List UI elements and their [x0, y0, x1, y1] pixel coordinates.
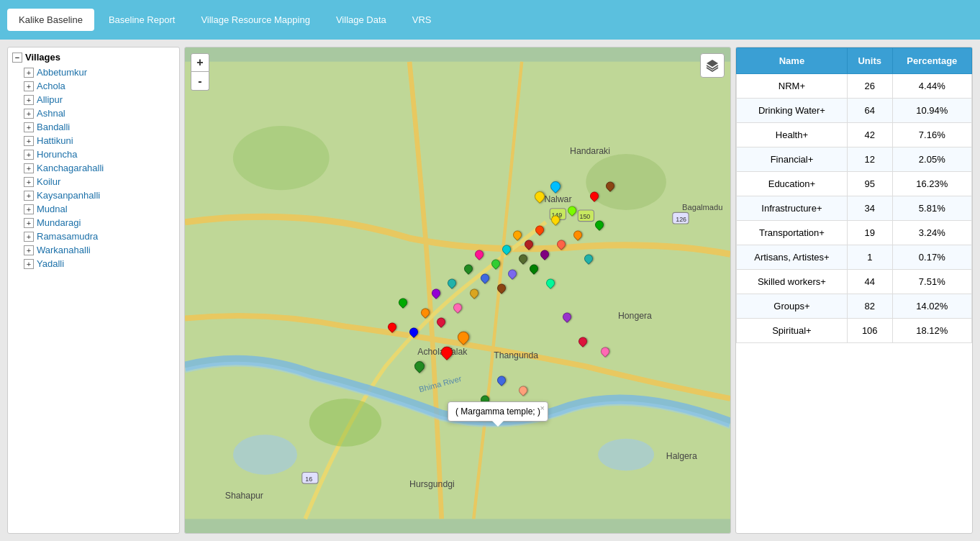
table-row[interactable]: Artisans, Artistes+ 1 0.17% [737, 245, 972, 270]
cell-name: Skilled workers+ [737, 270, 848, 294]
sidebar-item-ashnal[interactable]: +Ashnal [12, 106, 175, 120]
village-toggle[interactable]: + [24, 191, 34, 201]
cell-name: Artisans, Artistes+ [737, 245, 848, 270]
sidebar-item-hattikuni[interactable]: +Hattikuni [12, 134, 175, 147]
zoom-in-button[interactable]: + [191, 53, 209, 72]
sidebar-item-bandalli[interactable]: +Bandalli [12, 120, 175, 134]
village-toggle[interactable]: + [24, 177, 34, 187]
svg-point-3 [586, 154, 666, 210]
map-container[interactable]: Handaraki Bagalmadu Nalwar Thangunda Ach… [184, 47, 731, 534]
cell-units: 82 [847, 294, 892, 319]
cell-name: Health+ [737, 123, 848, 147]
table-row[interactable]: Financial+ 12 2.05% [737, 147, 972, 172]
svg-text:149: 149 [551, 212, 562, 219]
village-toggle[interactable]: + [24, 136, 34, 146]
village-toggle[interactable]: + [24, 245, 34, 255]
col-header-name: Name [737, 48, 848, 74]
tab-baseline-report[interactable]: Baseline Report [97, 9, 187, 31]
svg-text:Achola Talak: Achola Talak [417, 347, 468, 357]
cell-units: 34 [847, 196, 892, 221]
svg-text:Nalwar: Nalwar [544, 194, 571, 204]
village-toggle[interactable]: + [24, 259, 34, 269]
sidebar-item-horuncha[interactable]: +Horuncha [12, 147, 175, 161]
svg-point-6 [598, 439, 654, 471]
cell-name: Education+ [737, 172, 848, 196]
village-toggle[interactable]: + [24, 150, 34, 160]
cell-units: 19 [847, 221, 892, 245]
tab-kalike-baseline[interactable]: Kalike Baseline [7, 9, 94, 31]
tab-vrs[interactable]: VRS [401, 9, 443, 31]
table-row[interactable]: Spiritual+ 106 18.12% [737, 319, 972, 343]
table-row[interactable]: Groups+ 82 14.02% [737, 294, 972, 319]
map-tooltip: × ( Margamma temple; ) [448, 401, 548, 422]
table-row[interactable]: NRM+ 26 4.44% [737, 74, 972, 99]
table-row[interactable]: Health+ 42 7.16% [737, 123, 972, 147]
main-container: − Villages +Abbetumkur+Achola+Allipur+As… [0, 40, 980, 541]
svg-text:Halgera: Halgera [666, 451, 697, 461]
cell-percentage: 7.51% [892, 270, 971, 294]
village-toggle[interactable]: + [24, 95, 34, 105]
cell-units: 64 [847, 99, 892, 123]
svg-text:Bagalmadu: Bagalmadu [682, 203, 722, 212]
svg-text:Handaraki: Handaraki [570, 146, 610, 156]
col-header-units: Units [847, 48, 892, 74]
cell-percentage: 3.24% [892, 221, 971, 245]
cell-name: Drinking Water+ [737, 99, 848, 123]
table-row[interactable]: Transportation+ 19 3.24% [737, 221, 972, 245]
cell-name: Spiritual+ [737, 319, 848, 343]
col-header-percentage: Percentage [892, 48, 971, 74]
layer-button[interactable] [700, 53, 725, 78]
cell-percentage: 4.44% [892, 74, 971, 99]
tooltip-text: ( Margamma temple; ) [455, 406, 540, 417]
svg-point-2 [233, 126, 330, 190]
table-scroll[interactable]: Name Units Percentage NRM+ 26 4.44% Drin… [736, 47, 972, 533]
tooltip-close-button[interactable]: × [540, 404, 545, 412]
svg-text:Shahapur: Shahapur [225, 491, 263, 501]
cell-percentage: 2.05% [892, 147, 971, 172]
table-row[interactable]: Education+ 95 16.23% [737, 172, 972, 196]
tab-village-resource-mapping[interactable]: Village Resource Mapping [189, 9, 322, 31]
village-toggle[interactable]: + [24, 218, 34, 228]
village-toggle[interactable]: + [24, 232, 34, 242]
sidebar-item-abbetumkur[interactable]: +Abbetumkur [12, 65, 175, 79]
sidebar-item-allipur[interactable]: +Allipur [12, 93, 175, 106]
village-toggle[interactable]: + [24, 68, 34, 78]
village-list: +Abbetumkur+Achola+Allipur+Ashnal+Bandal… [12, 65, 175, 270]
cell-percentage: 10.94% [892, 99, 971, 123]
cell-name: Transportation+ [737, 221, 848, 245]
svg-text:Thangunda: Thangunda [494, 350, 538, 360]
village-sidebar: − Villages +Abbetumkur+Achola+Allipur+As… [7, 47, 180, 534]
cell-percentage: 18.12% [892, 319, 971, 343]
sidebar-item-koilur[interactable]: +Koilur [12, 175, 175, 188]
tab-village-data[interactable]: Village Data [325, 9, 398, 31]
village-toggle[interactable]: + [24, 81, 34, 91]
sidebar-item-mundaragi[interactable]: +Mundaragi [12, 216, 175, 229]
village-toggle[interactable]: + [24, 109, 34, 119]
table-row[interactable]: Skilled workers+ 44 7.51% [737, 270, 972, 294]
svg-point-4 [309, 399, 381, 447]
sidebar-item-kaysanpanhalli[interactable]: +Kaysanpanhalli [12, 188, 175, 202]
cell-name: NRM+ [737, 74, 848, 99]
sidebar-item-kanchagarahalli[interactable]: +Kanchagarahalli [12, 161, 175, 175]
sidebar-item-warkanahalli[interactable]: +Warkanahalli [12, 243, 175, 257]
table-row[interactable]: Infrastructure+ 34 5.81% [737, 196, 972, 221]
villages-root[interactable]: − Villages [12, 52, 175, 63]
sidebar-item-yadalli[interactable]: +Yadalli [12, 257, 175, 270]
zoom-out-button[interactable]: - [191, 72, 209, 91]
village-toggle[interactable]: + [24, 204, 34, 214]
svg-point-5 [233, 435, 297, 475]
cell-units: 26 [847, 74, 892, 99]
sidebar-item-achola[interactable]: +Achola [12, 79, 175, 93]
cell-percentage: 7.16% [892, 123, 971, 147]
top-navigation: Kalike Baseline Baseline Report Village … [0, 0, 980, 40]
cell-units: 42 [847, 123, 892, 147]
village-toggle[interactable]: + [24, 122, 34, 132]
cell-units: 106 [847, 319, 892, 343]
sidebar-item-ramasamudra[interactable]: +Ramasamudra [12, 229, 175, 243]
cell-units: 12 [847, 147, 892, 172]
root-toggle[interactable]: − [12, 53, 22, 63]
sidebar-item-mudnal[interactable]: +Mudnal [12, 202, 175, 216]
table-row[interactable]: Drinking Water+ 64 10.94% [737, 99, 972, 123]
village-toggle[interactable]: + [24, 163, 34, 173]
svg-text:Hongera: Hongera [618, 311, 652, 321]
